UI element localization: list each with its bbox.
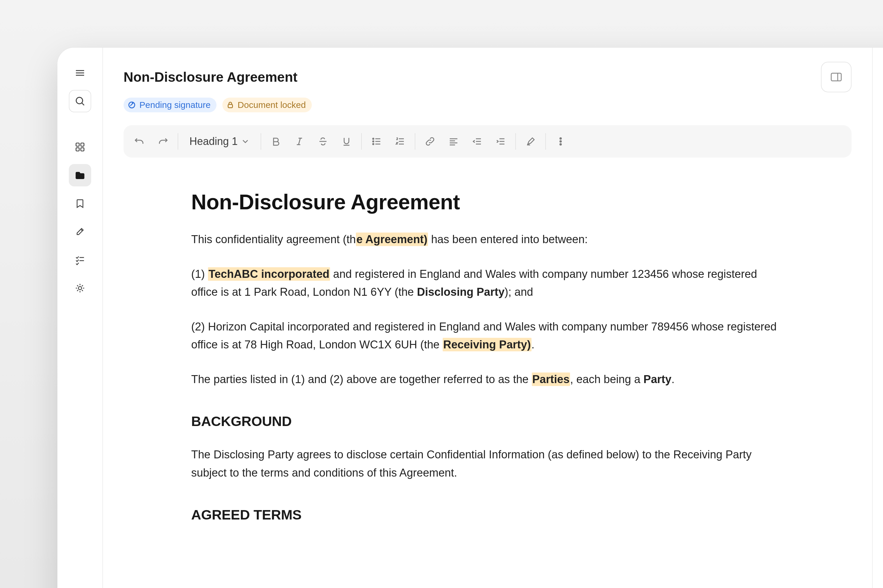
svg-point-13 [560,141,562,142]
more-vertical-icon [555,136,566,147]
nav-apps[interactable] [69,136,91,158]
sidebar [57,48,103,588]
svg-point-12 [560,138,562,140]
doc-paragraph: (1) TechABC incorporated and registered … [191,265,784,302]
svg-point-9 [373,138,374,140]
bold-button[interactable] [264,130,288,153]
menu-button[interactable] [69,62,91,84]
checklist-icon [75,255,85,265]
svg-point-10 [373,141,374,142]
doc-paragraph: This confidentiality agreement (the Agre… [191,231,784,249]
link-icon [425,136,435,147]
strikethrough-icon [318,136,328,147]
svg-rect-1 [76,143,79,146]
svg-rect-6 [831,73,841,81]
gear-icon [75,283,85,293]
redo-button[interactable] [151,130,175,153]
signature-icon [128,101,136,109]
highlight-icon [525,136,536,147]
bookmark-icon [75,198,85,209]
search-icon [74,95,86,107]
svg-rect-3 [76,148,79,151]
link-button[interactable] [418,130,442,153]
document-locked-label: Document locked [238,100,306,110]
nav-tasks[interactable] [69,249,91,271]
pending-signature-badge: Pending signature [123,98,216,112]
redo-icon [157,135,169,147]
bullet-list-button[interactable] [365,130,388,153]
edit-icon [75,226,85,237]
menu-icon [74,67,86,79]
assistant-panel: Plai assistant J Johan Draft an email th… [872,48,883,588]
doc-subheading: BACKGROUND [191,413,784,429]
strikethrough-button[interactable] [311,130,335,153]
heading-select[interactable]: Heading 1 [181,130,258,153]
document-header: Non-Disclosure Agreement Pending signatu… [103,48,872,112]
main-area: Non-Disclosure Agreement Pending signatu… [103,48,872,588]
italic-button[interactable] [288,130,311,153]
outdent-icon [472,136,482,147]
pending-signature-label: Pending signature [140,100,210,110]
underline-icon [341,136,352,147]
doc-subheading: AGREED TERMS [191,507,784,523]
search-button[interactable] [69,90,91,112]
lock-icon [227,101,234,109]
svg-point-11 [373,144,374,145]
nav-edit[interactable] [69,220,91,243]
outdent-button[interactable] [466,130,489,153]
doc-paragraph: (2) Horizon Capital incorporated and reg… [191,318,784,354]
ordered-list-icon [395,136,405,147]
nav-bookmarks[interactable] [69,192,91,214]
more-button[interactable] [549,130,572,153]
nav-files[interactable] [69,164,91,186]
underline-button[interactable] [335,130,358,153]
indent-button[interactable] [489,130,512,153]
highlight-button[interactable] [519,130,542,153]
panel-icon [829,70,843,84]
svg-rect-2 [81,143,84,146]
italic-icon [294,136,305,147]
document-content[interactable]: Non-Disclosure Agreement This confidenti… [103,158,872,523]
app-window: Non-Disclosure Agreement Pending signatu… [57,48,883,588]
document-title: Non-Disclosure Agreement [123,69,297,85]
svg-rect-8 [228,104,232,108]
doc-paragraph: The Disclosing Party agrees to disclose … [191,446,784,482]
svg-point-14 [560,144,562,145]
doc-heading: Non-Disclosure Agreement [191,190,784,214]
bold-icon [270,136,281,147]
document-locked-badge: Document locked [222,98,312,112]
svg-rect-4 [81,148,84,151]
bullet-list-icon [371,136,382,147]
nav-settings[interactable] [69,277,91,299]
folder-icon [75,170,85,180]
chevron-down-icon [241,137,249,146]
indent-icon [495,136,506,147]
doc-paragraph: The parties listed in (1) and (2) above … [191,370,784,388]
panel-toggle-button[interactable] [821,62,851,92]
svg-point-0 [76,98,83,104]
editor-toolbar: Heading 1 [123,125,851,158]
heading-label: Heading 1 [189,135,238,148]
align-button[interactable] [442,130,466,153]
ordered-list-button[interactable] [388,130,412,153]
grid-icon [75,142,85,152]
svg-point-5 [78,286,81,290]
align-left-icon [448,136,459,147]
undo-button[interactable] [128,130,151,153]
undo-icon [134,135,145,147]
